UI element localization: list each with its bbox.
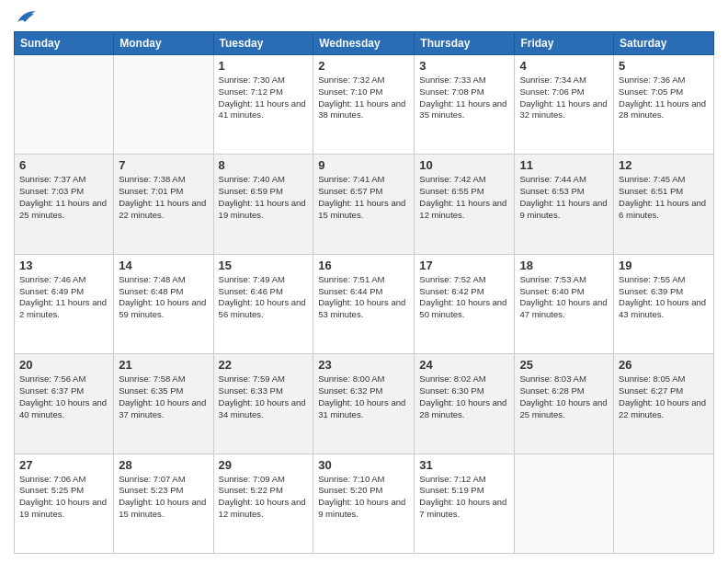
day-number: 2 — [318, 59, 409, 73]
calendar-day: 25Sunrise: 8:03 AMSunset: 6:28 PMDayligh… — [515, 354, 614, 454]
calendar-day: 13Sunrise: 7:46 AMSunset: 6:49 PMDayligh… — [15, 254, 114, 353]
calendar-header-tuesday: Tuesday — [213, 32, 313, 55]
day-info: Sunrise: 7:44 AMSunset: 6:53 PMDaylight:… — [519, 174, 609, 221]
calendar-day: 30Sunrise: 7:10 AMSunset: 5:20 PMDayligh… — [313, 454, 415, 553]
calendar-day: 26Sunrise: 8:05 AMSunset: 6:27 PMDayligh… — [614, 354, 714, 454]
day-info: Sunrise: 7:45 AMSunset: 6:51 PMDaylight:… — [619, 174, 709, 221]
calendar-week-4: 20Sunrise: 7:56 AMSunset: 6:37 PMDayligh… — [15, 354, 714, 454]
calendar-day: 14Sunrise: 7:48 AMSunset: 6:48 PMDayligh… — [114, 254, 213, 353]
calendar-day — [15, 55, 114, 155]
calendar-day: 18Sunrise: 7:53 AMSunset: 6:40 PMDayligh… — [515, 254, 614, 353]
calendar-table: SundayMondayTuesdayWednesdayThursdayFrid… — [14, 31, 714, 554]
calendar-day: 22Sunrise: 7:59 AMSunset: 6:33 PMDayligh… — [213, 354, 313, 454]
day-number: 24 — [419, 358, 509, 372]
day-number: 29 — [219, 458, 309, 472]
day-number: 16 — [318, 259, 409, 272]
calendar-day: 21Sunrise: 7:58 AMSunset: 6:35 PMDayligh… — [114, 354, 213, 454]
calendar-header-row: SundayMondayTuesdayWednesdayThursdayFrid… — [15, 32, 714, 55]
day-info: Sunrise: 7:46 AMSunset: 6:49 PMDaylight:… — [19, 274, 108, 321]
calendar-day: 7Sunrise: 7:38 AMSunset: 7:01 PMDaylight… — [114, 155, 213, 254]
day-info: Sunrise: 7:06 AMSunset: 5:25 PMDaylight:… — [19, 474, 108, 521]
calendar-day: 28Sunrise: 7:07 AMSunset: 5:23 PMDayligh… — [114, 454, 213, 553]
calendar-header-saturday: Saturday — [614, 32, 714, 55]
calendar-header-sunday: Sunday — [15, 32, 114, 55]
calendar-day: 16Sunrise: 7:51 AMSunset: 6:44 PMDayligh… — [313, 254, 415, 353]
day-number: 28 — [119, 458, 208, 472]
day-info: Sunrise: 7:32 AMSunset: 7:10 PMDaylight:… — [318, 75, 409, 121]
day-number: 14 — [119, 259, 208, 272]
day-info: Sunrise: 7:36 AMSunset: 7:05 PMDaylight:… — [619, 75, 709, 121]
day-info: Sunrise: 7:41 AMSunset: 6:57 PMDaylight:… — [318, 174, 409, 221]
calendar-day: 23Sunrise: 8:00 AMSunset: 6:32 PMDayligh… — [313, 354, 415, 454]
calendar-day: 11Sunrise: 7:44 AMSunset: 6:53 PMDayligh… — [515, 155, 614, 254]
logo — [14, 9, 36, 26]
calendar-day: 1Sunrise: 7:30 AMSunset: 7:12 PMDaylight… — [213, 55, 313, 155]
calendar-week-1: 1Sunrise: 7:30 AMSunset: 7:12 PMDaylight… — [15, 55, 714, 155]
calendar-day: 12Sunrise: 7:45 AMSunset: 6:51 PMDayligh… — [614, 155, 714, 254]
header — [14, 9, 714, 26]
calendar-week-3: 13Sunrise: 7:46 AMSunset: 6:49 PMDayligh… — [15, 254, 714, 353]
calendar-header-monday: Monday — [114, 32, 213, 55]
calendar-day: 8Sunrise: 7:40 AMSunset: 6:59 PMDaylight… — [213, 155, 313, 254]
calendar-day: 31Sunrise: 7:12 AMSunset: 5:19 PMDayligh… — [415, 454, 515, 553]
calendar-day: 5Sunrise: 7:36 AMSunset: 7:05 PMDaylight… — [614, 55, 714, 155]
day-number: 22 — [219, 358, 309, 372]
calendar-day: 9Sunrise: 7:41 AMSunset: 6:57 PMDaylight… — [313, 155, 415, 254]
calendar-header-thursday: Thursday — [415, 32, 515, 55]
day-number: 1 — [219, 59, 309, 73]
day-info: Sunrise: 7:48 AMSunset: 6:48 PMDaylight:… — [119, 274, 208, 321]
day-info: Sunrise: 7:37 AMSunset: 7:03 PMDaylight:… — [19, 174, 108, 221]
day-info: Sunrise: 7:34 AMSunset: 7:06 PMDaylight:… — [519, 75, 609, 121]
day-info: Sunrise: 7:55 AMSunset: 6:39 PMDaylight:… — [619, 274, 709, 321]
day-info: Sunrise: 7:40 AMSunset: 6:59 PMDaylight:… — [219, 174, 309, 221]
day-info: Sunrise: 7:49 AMSunset: 6:46 PMDaylight:… — [219, 274, 309, 321]
day-info: Sunrise: 7:56 AMSunset: 6:37 PMDaylight:… — [19, 373, 108, 420]
calendar-day — [614, 454, 714, 553]
calendar-header-wednesday: Wednesday — [313, 32, 415, 55]
calendar-day: 20Sunrise: 7:56 AMSunset: 6:37 PMDayligh… — [15, 354, 114, 454]
day-info: Sunrise: 8:02 AMSunset: 6:30 PMDaylight:… — [419, 373, 509, 420]
day-number: 21 — [119, 358, 208, 372]
calendar-week-5: 27Sunrise: 7:06 AMSunset: 5:25 PMDayligh… — [15, 454, 714, 553]
day-number: 31 — [419, 458, 509, 472]
calendar-day — [515, 454, 614, 553]
day-number: 26 — [619, 358, 709, 372]
day-number: 13 — [19, 259, 108, 272]
day-number: 15 — [219, 259, 309, 272]
day-info: Sunrise: 7:42 AMSunset: 6:55 PMDaylight:… — [419, 174, 509, 221]
day-info: Sunrise: 8:05 AMSunset: 6:27 PMDaylight:… — [619, 373, 709, 420]
calendar-day: 10Sunrise: 7:42 AMSunset: 6:55 PMDayligh… — [415, 155, 515, 254]
day-number: 7 — [119, 158, 208, 172]
day-number: 4 — [519, 59, 609, 73]
day-number: 27 — [19, 458, 108, 472]
day-number: 25 — [519, 358, 609, 372]
day-number: 11 — [519, 158, 609, 172]
day-number: 18 — [519, 259, 609, 272]
day-number: 9 — [318, 158, 409, 172]
day-info: Sunrise: 7:10 AMSunset: 5:20 PMDaylight:… — [318, 474, 409, 521]
day-info: Sunrise: 7:30 AMSunset: 7:12 PMDaylight:… — [219, 75, 309, 121]
day-info: Sunrise: 7:51 AMSunset: 6:44 PMDaylight:… — [318, 274, 409, 321]
calendar-day: 17Sunrise: 7:52 AMSunset: 6:42 PMDayligh… — [415, 254, 515, 353]
day-info: Sunrise: 7:52 AMSunset: 6:42 PMDaylight:… — [419, 274, 509, 321]
day-info: Sunrise: 7:33 AMSunset: 7:08 PMDaylight:… — [419, 75, 509, 121]
day-info: Sunrise: 7:07 AMSunset: 5:23 PMDaylight:… — [119, 474, 208, 521]
day-number: 12 — [619, 158, 709, 172]
day-info: Sunrise: 8:03 AMSunset: 6:28 PMDaylight:… — [519, 373, 609, 420]
calendar-day: 3Sunrise: 7:33 AMSunset: 7:08 PMDaylight… — [415, 55, 515, 155]
day-info: Sunrise: 7:09 AMSunset: 5:22 PMDaylight:… — [219, 474, 309, 521]
calendar-day: 4Sunrise: 7:34 AMSunset: 7:06 PMDaylight… — [515, 55, 614, 155]
calendar-day: 6Sunrise: 7:37 AMSunset: 7:03 PMDaylight… — [15, 155, 114, 254]
day-info: Sunrise: 7:58 AMSunset: 6:35 PMDaylight:… — [119, 373, 208, 420]
day-number: 19 — [619, 259, 709, 272]
calendar-day: 27Sunrise: 7:06 AMSunset: 5:25 PMDayligh… — [15, 454, 114, 553]
calendar-week-2: 6Sunrise: 7:37 AMSunset: 7:03 PMDaylight… — [15, 155, 714, 254]
day-number: 30 — [318, 458, 409, 472]
day-info: Sunrise: 8:00 AMSunset: 6:32 PMDaylight:… — [318, 373, 409, 420]
day-number: 5 — [619, 59, 709, 73]
calendar-header-friday: Friday — [515, 32, 614, 55]
day-info: Sunrise: 7:59 AMSunset: 6:33 PMDaylight:… — [219, 373, 309, 420]
calendar-day: 2Sunrise: 7:32 AMSunset: 7:10 PMDaylight… — [313, 55, 415, 155]
day-info: Sunrise: 7:53 AMSunset: 6:40 PMDaylight:… — [519, 274, 609, 321]
day-number: 23 — [318, 358, 409, 372]
